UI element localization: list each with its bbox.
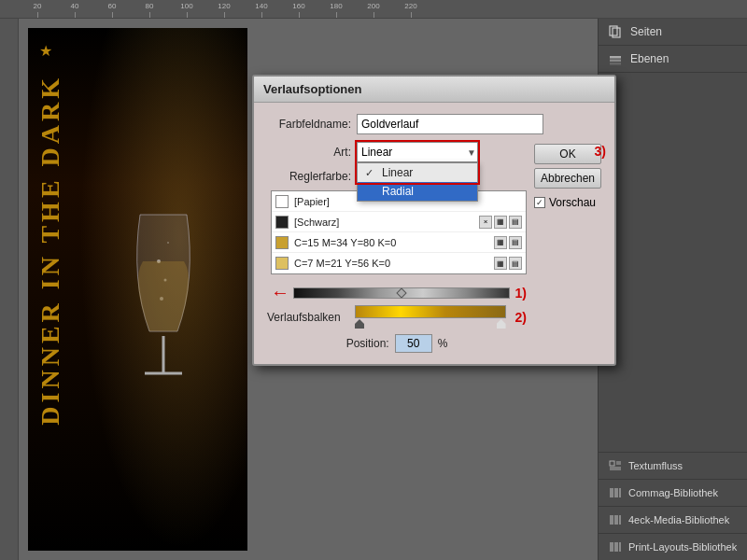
annotation-1-label: 1) <box>515 286 527 301</box>
ruler-mark: 160 <box>280 2 317 18</box>
dialog-titlebar: Verlaufsoptionen <box>254 77 614 103</box>
list-item[interactable]: [Schwarz] × ▦ ▤ <box>272 212 526 232</box>
textflow-icon <box>608 458 623 473</box>
sidebar-item-textumfluss[interactable]: Textumfluss <box>599 452 747 479</box>
pages-icon <box>608 24 623 39</box>
svg-rect-24 <box>619 542 621 552</box>
ruler-mark: 140 <box>243 2 280 18</box>
svg-rect-10 <box>610 63 621 65</box>
verlaufsbalken-label: Verlaufsbalken <box>267 311 351 324</box>
ruler-mark: 120 <box>205 2 243 18</box>
color-name: [Schwarz] <box>294 217 473 228</box>
library-icon-2 <box>608 512 623 527</box>
textumfluss-label: Textumfluss <box>628 460 683 471</box>
color-icon-grid[interactable]: ▦ <box>494 236 507 249</box>
ruler-mark: 200 <box>355 2 392 18</box>
gradient-diamond-handle[interactable] <box>396 287 406 298</box>
stop-left-handle[interactable] <box>355 319 364 329</box>
left-arrow-icon: ← <box>271 282 289 303</box>
annotation-2-label: 2) <box>515 310 527 325</box>
svg-rect-11 <box>610 461 614 466</box>
color-list[interactable]: [Papier] [Schwarz] × ▦ ▤ <box>271 190 527 274</box>
color-swatch <box>275 236 289 249</box>
vorschau-label: Vorschau <box>549 196 596 209</box>
star-top: ★ <box>39 42 52 60</box>
color-swatch <box>275 195 289 208</box>
svg-rect-19 <box>610 515 613 525</box>
ebenen-label: Ebenen <box>630 52 669 65</box>
design-content: ★ DINNER IN THE DARK <box>28 28 247 551</box>
commag-label: Commag-Bibliothek <box>628 487 718 498</box>
farbfeldname-input[interactable] <box>357 114 543 134</box>
library-icon-3 <box>608 539 623 554</box>
list-item[interactable]: C=7 M=21 Y=56 K=0 ▦ ▤ <box>272 253 526 273</box>
svg-rect-18 <box>619 488 621 497</box>
ruler-mark: 180 <box>317 2 355 18</box>
right-sidebar: Seiten Ebenen Textumfluss <box>598 19 747 560</box>
gradient-preview-track[interactable] <box>293 287 510 299</box>
sidebar-bottom: Textumfluss Commag-Bibliothek 4eck-Med <box>599 452 747 560</box>
farbfeldname-row: Farbfeldname: <box>267 114 601 134</box>
cancel-button[interactable]: Abbrechen <box>534 168 601 189</box>
library-icon <box>608 485 623 500</box>
color-list-icons: × ▦ ▤ <box>479 216 522 229</box>
color-icon-x[interactable]: × <box>479 216 492 229</box>
color-icon-grid2[interactable]: ▤ <box>509 236 522 249</box>
ruler-left <box>0 19 19 560</box>
ruler-mark: 80 <box>131 2 168 18</box>
art-label: Art: <box>267 146 351 159</box>
stop-right-handle[interactable] <box>497 319 506 329</box>
color-icon-grid[interactable]: ▦ <box>494 257 507 270</box>
color-name: C=15 M=34 Y=80 K=0 <box>294 237 488 248</box>
annotation-3-label: 3) <box>595 144 606 159</box>
list-item[interactable]: C=15 M=34 Y=80 K=0 ▦ ▤ <box>272 232 526 253</box>
svg-rect-9 <box>610 60 621 63</box>
sidebar-item-4eck[interactable]: 4eck-Media-Bibliothek <box>599 506 747 533</box>
sidebar-item-seiten[interactable]: Seiten <box>599 19 747 46</box>
radial-option: Radial <box>382 185 414 198</box>
ruler-mark: 40 <box>56 2 93 18</box>
art-input[interactable] <box>357 142 478 162</box>
svg-rect-17 <box>614 488 618 497</box>
farbfeldname-label: Farbfeldname: <box>267 118 351 131</box>
vorschau-row: ✓ Vorschau <box>534 196 601 209</box>
dropdown-item-radial[interactable]: Radial <box>358 182 477 201</box>
color-name: C=7 M=21 Y=56 K=0 <box>294 258 488 269</box>
ruler-mark: 20 <box>19 2 56 18</box>
color-icon-grid2[interactable]: ▤ <box>509 216 522 229</box>
svg-rect-22 <box>610 542 613 552</box>
art-row: Art: ▼ ✓ Linear Radial <box>267 142 601 162</box>
sidebar-item-ebenen[interactable]: Ebenen <box>599 46 747 73</box>
color-icon-grid2[interactable]: ▤ <box>509 257 522 270</box>
svg-rect-20 <box>614 515 618 525</box>
svg-rect-8 <box>610 56 621 59</box>
design-canvas: ★ DINNER IN THE DARK <box>28 28 247 551</box>
art-dropdown-menu[interactable]: ✓ Linear Radial <box>357 162 478 202</box>
dialog-title: Verlaufsoptionen <box>263 82 361 96</box>
color-swatch <box>275 257 289 270</box>
dinner-text: DINNER IN THE DARK <box>35 75 65 426</box>
art-select-container: ▼ ✓ Linear Radial <box>357 142 478 162</box>
print-label: Print-Layouts-Bibliothek <box>628 541 737 553</box>
position-label: Position: <box>346 337 389 350</box>
4eck-label: 4eck-Media-Bibliothek <box>628 514 729 525</box>
position-input[interactable] <box>395 334 432 353</box>
svg-rect-21 <box>619 515 621 525</box>
reglerfarbe-label: Reglerfarbe: <box>267 170 351 183</box>
verlaufsbalken-track[interactable] <box>355 305 506 318</box>
champagne-image <box>79 28 247 551</box>
position-unit: % <box>438 337 448 350</box>
ruler-mark: 60 <box>93 2 131 18</box>
dropdown-item-linear[interactable]: ✓ Linear <box>358 163 477 182</box>
color-list-icons: ▦ ▤ <box>494 236 522 249</box>
ruler-mark: 220 <box>392 2 430 18</box>
color-icon-grid[interactable]: ▦ <box>494 216 507 229</box>
sidebar-item-commag[interactable]: Commag-Bibliothek <box>599 479 747 506</box>
svg-rect-16 <box>610 488 613 497</box>
vorschau-checkbox[interactable]: ✓ <box>534 197 545 208</box>
ruler-top: 20 40 60 80 100 120 140 160 180 200 220 <box>0 0 747 19</box>
color-list-icons: ▦ ▤ <box>494 257 522 270</box>
checkmark-icon: ✓ <box>365 167 378 179</box>
verlaufsoptionen-dialog[interactable]: Verlaufsoptionen OK Abbrechen ✓ Vorschau… <box>252 75 616 366</box>
sidebar-item-print[interactable]: Print-Layouts-Bibliothek <box>599 533 747 560</box>
